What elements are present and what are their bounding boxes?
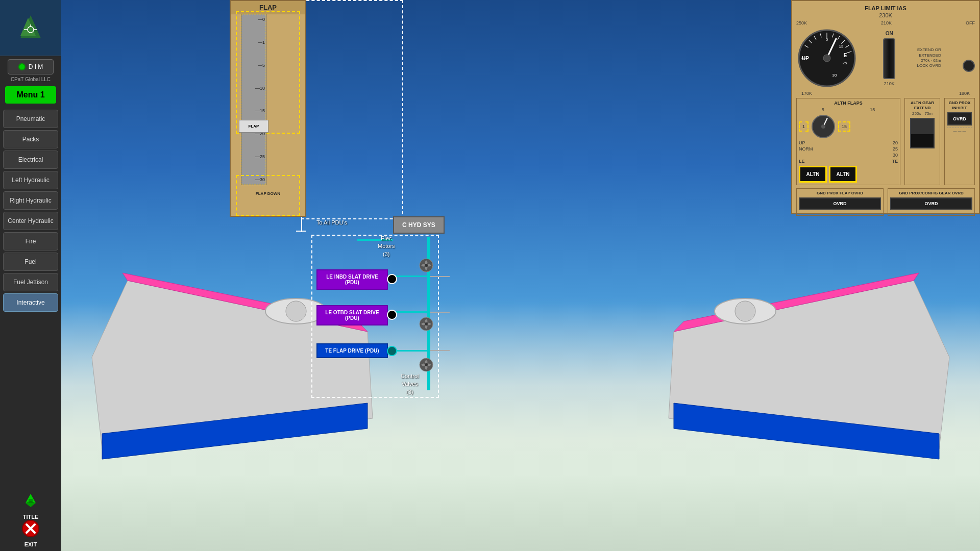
label-250k: 250K — [796, 20, 807, 26]
panel-top-labels: 250K 210K OFF — [796, 20, 975, 26]
bottom-controls-row: ALTN FLAPS 5 15 1 — [796, 98, 975, 185]
gnd-prox-dashes: — — — — [947, 128, 972, 133]
menu-button[interactable]: Menu 1 — [5, 86, 56, 104]
control-panel: FLAP LIMIT IAS 230K 250K 210K OFF — [791, 0, 980, 214]
lower-labels: 170K 180K — [796, 91, 975, 96]
to-all-pdus-label: To All PDU's — [311, 219, 352, 226]
svg-point-25 — [821, 124, 825, 129]
exit-label: EXIT — [24, 541, 37, 547]
flap-indicator-panel: FLAP —0 —1 —5 —10 —15 —20 —25 —30 FLAP F… — [230, 0, 306, 217]
dim-label: D I M — [29, 63, 43, 70]
svg-text:25: 25 — [843, 61, 847, 65]
norm-label: NORM — [799, 146, 813, 152]
altn-flaps-box-row: 1 15 — [799, 114, 898, 139]
gnd-prox-flap-label: GND PROX FLAP OVRD — [799, 191, 881, 196]
svg-point-30 — [286, 301, 306, 321]
control-knob[interactable] — [883, 38, 895, 79]
arrow-right-te — [429, 350, 450, 351]
flap-pointer: FLAP — [239, 120, 268, 133]
c-hyd-sys-box: C HYD SYS — [393, 216, 445, 234]
exit-icon — [21, 519, 40, 541]
wings-diagram — [61, 255, 980, 510]
dial-right-controls: ON 210K — [883, 31, 895, 86]
sidebar-item-electrical[interactable]: Electrical — [3, 151, 58, 169]
flap-dashed-lower: FLAP DOWN — [236, 175, 300, 216]
altn-gear-title: ALTN GEAR EXTEND — [907, 101, 938, 110]
sidebar-item-packs[interactable]: Packs — [3, 130, 58, 148]
extend-label: EXTEND OREXTENDED270k · 62mLOCK OVRD — [917, 47, 941, 69]
svg-point-35 — [735, 301, 755, 321]
label-170k: 170K — [801, 91, 812, 96]
sidebar-item-fuel[interactable]: Fuel — [3, 253, 58, 271]
fan-icon-2 — [419, 316, 434, 334]
elec-motors-label: ElecMotors(3) — [378, 235, 395, 258]
altn-button-1[interactable]: ALTN — [799, 166, 827, 183]
valve-inbd — [387, 274, 397, 284]
config-dashes: — — — — [890, 210, 972, 213]
label-180k: 180K — [959, 91, 970, 96]
svg-text:UP: UP — [802, 56, 809, 61]
control-valves-label: ControlValves(3) — [401, 372, 419, 396]
arrow-inbd — [389, 276, 390, 277]
gnd-prox-flap-ovrd-btn[interactable]: OVRD — [799, 197, 881, 210]
label-off: OFF — [966, 20, 975, 26]
svg-text:5: 5 — [826, 37, 828, 42]
svg-text:15: 15 — [839, 44, 844, 49]
sidebar-item-fire[interactable]: Fire — [3, 232, 58, 251]
on-label: ON — [886, 31, 893, 36]
flap-dashed-inner — [241, 14, 266, 185]
altn-button-2[interactable]: ALTN — [829, 166, 857, 183]
company-name: CPaT Global LLC — [11, 77, 51, 82]
title-icon — [21, 492, 40, 514]
main-dial[interactable]: 5 15 25 30 UP E — [796, 28, 857, 89]
altn-flaps-numbers: 5 15 — [799, 107, 898, 112]
exit-button[interactable]: EXIT — [10, 520, 51, 546]
gnd-prox-inhibit-section: GND PROX INHIBIT OVRD — — — — [944, 98, 975, 185]
le-label: LE — [799, 159, 805, 164]
gnd-prox-config-label: GND PROX/CONFIG GEAR OVRD — [890, 191, 972, 196]
sidebar-item-right-hydraulic[interactable]: Right Hydraulic — [3, 191, 58, 210]
flap-gauge-body: —0 —1 —5 —10 —15 —20 —25 —30 FLAP — [241, 14, 266, 185]
altn-gear-subtitle: 250x - 75m — [907, 111, 938, 116]
sidebar-item-pneumatic[interactable]: Pneumatic — [3, 110, 58, 128]
svg-point-22 — [823, 55, 830, 62]
panel-speed-label: 230K — [796, 12, 975, 18]
arrow-line-down — [301, 217, 302, 232]
af-5: 5 — [822, 107, 824, 112]
svg-point-41 — [425, 363, 428, 366]
altn-gear-switch[interactable] — [910, 118, 935, 148]
af-20: 20 — [893, 140, 898, 145]
arrow-right-otbd — [429, 312, 450, 313]
dim-button[interactable]: D I M — [8, 59, 54, 74]
logo-area — [0, 0, 61, 56]
sidebar-item-interactive[interactable]: Interactive — [3, 293, 58, 312]
te-label: TE — [892, 159, 898, 164]
arrow-tip — [296, 231, 306, 232]
altn-flaps-title: ALTN FLAPS — [799, 101, 898, 106]
gnd-prox-flap-section: GND PROX FLAP OVRD OVRD — — — — [796, 188, 884, 216]
small-dial-container[interactable] — [811, 114, 836, 139]
sidebar-item-left-hydraulic[interactable]: Left Hydraulic — [3, 171, 58, 189]
gnd-prox-config-ovrd-btn[interactable]: OVRD — [890, 197, 972, 210]
label-210k-right: 210K — [881, 20, 892, 26]
af-30: 30 — [893, 153, 898, 158]
bottom-buttons: TITLE EXIT — [10, 493, 51, 546]
af-25: 25 — [893, 146, 898, 152]
up-label: UP — [799, 140, 805, 145]
switch-top — [911, 119, 934, 134]
bottom-ovrd-row: GND PROX FLAP OVRD OVRD — — — GND PROX/C… — [796, 188, 975, 216]
dim-indicator — [18, 63, 26, 70]
panel-title: FLAP LIMIT IAS — [796, 5, 975, 11]
le-otbd-slat-box: LE OTBD SLAT DRIVE (PDU) — [316, 305, 388, 325]
sidebar: D I M CPaT Global LLC Menu 1 Pneumatic P… — [0, 0, 61, 551]
round-button[interactable] — [963, 60, 975, 72]
le-inbd-slat-box: LE INBD SLAT DRIVE (PDU) — [316, 269, 388, 290]
af-box-15: 15 — [838, 121, 850, 132]
svg-text:E: E — [844, 53, 847, 58]
sidebar-item-fuel-jettison[interactable]: Fuel Jettison — [3, 273, 58, 291]
title-button[interactable]: TITLE — [10, 493, 51, 518]
te-flap-drive-box: TE FLAP DRIVE (PDU) — [316, 343, 388, 358]
altn-gear-section: ALTN GEAR EXTEND 250x - 75m — [904, 98, 940, 185]
sidebar-item-center-hydraulic[interactable]: Center Hydraulic — [3, 212, 58, 230]
gnd-prox-ovrd-btn[interactable]: OVRD — [947, 112, 972, 126]
